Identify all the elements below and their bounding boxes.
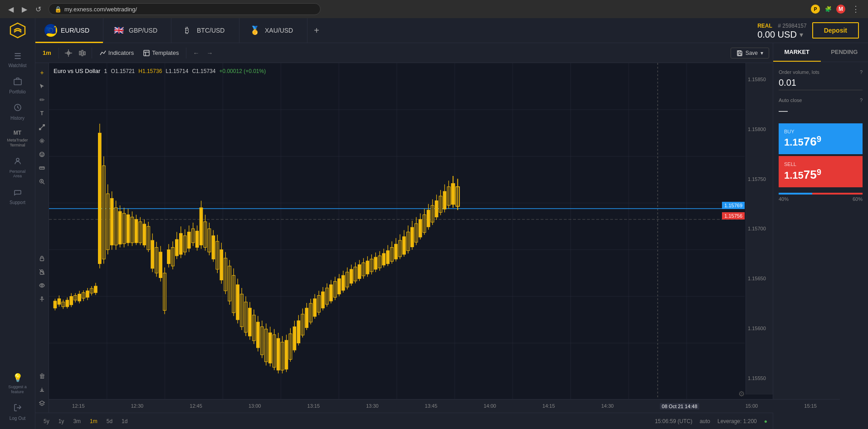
tab-xauusd[interactable]: 🥇 XAU/USD — [239, 18, 307, 43]
download-button[interactable] — [36, 384, 48, 395]
sidebar-item-logout[interactable]: Log Out — [0, 399, 35, 425]
settings-draw-button[interactable] — [36, 135, 48, 146]
sidebar-item-personal[interactable]: PersonalArea — [0, 152, 35, 184]
chart-toolbar: 1m Indicators Templates ← — [35, 43, 773, 63]
sidebar-item-metatrader[interactable]: MT MetaTraderTerminal — [0, 125, 35, 152]
tf-5d[interactable]: 5d — [104, 417, 115, 425]
templates-button[interactable]: Templates — [139, 48, 182, 58]
refresh-button[interactable]: ↺ — [33, 3, 44, 15]
browser-actions: P 🧩 M ⋮ — [811, 2, 863, 16]
ohlc-values: O1.15721 H1.15736 L1.15714 C1.15734 +0.0… — [111, 68, 266, 74]
order-volume-value[interactable]: 0.01 — [779, 78, 863, 90]
gbpusd-flag: 🇬🇧 — [112, 24, 125, 37]
sidebar: ☰ Watchlist Portfolio History MT MetaTra… — [0, 43, 35, 429]
tf-1y[interactable]: 1y — [56, 417, 67, 425]
chart-open: O1.15721 — [111, 68, 135, 74]
zoom-button[interactable] — [36, 176, 48, 187]
volume-labels: 40% 60% — [779, 196, 863, 202]
dropdown-icon[interactable]: ▾ — [800, 30, 803, 39]
price-6: 1.15600 — [748, 326, 771, 331]
extensions-icon[interactable]: 🧩 — [824, 5, 833, 14]
chart-close: C1.15734 — [192, 68, 215, 74]
lock-button[interactable] — [36, 253, 48, 264]
indicators-button[interactable]: Indicators — [96, 48, 137, 58]
svg-point-17 — [41, 140, 43, 141]
candlestick-chart — [49, 63, 745, 399]
chart-settings-icon[interactable]: ⚙ — [738, 390, 745, 398]
timeframe-1m-button[interactable]: 1m — [39, 48, 55, 58]
buy-price-sup: 9 — [817, 134, 821, 144]
deposit-button[interactable]: Deposit — [812, 22, 859, 39]
sell-button[interactable]: SELL 1.15759 — [779, 156, 863, 187]
portfolio-icon — [14, 77, 22, 88]
crosshair-button[interactable] — [63, 47, 74, 59]
menu-button[interactable]: ⋮ — [849, 2, 863, 16]
tab-pending[interactable]: PENDING — [821, 43, 868, 62]
balance-display: 0.00 USD — [757, 29, 797, 40]
sidebar-label-portfolio: Portfolio — [9, 89, 26, 94]
tab-gbpusd-label: GBP/USD — [129, 27, 157, 34]
tf-5y[interactable]: 5y — [41, 417, 52, 425]
sidebar-item-suggest[interactable]: 💡 Suggest afeature — [0, 368, 35, 399]
lock2-button[interactable] — [36, 266, 48, 278]
anchor-button[interactable] — [36, 293, 48, 305]
time-1230: 12:30 — [131, 403, 144, 410]
tab-market[interactable]: MARKET — [773, 43, 821, 62]
sidebar-item-history[interactable]: History — [0, 99, 35, 125]
tf-1m[interactable]: 1m — [87, 417, 100, 425]
buy-button[interactable]: BUY 1.15769 — [779, 123, 863, 154]
chart-high: H1.15736 — [138, 68, 162, 74]
ruler-button[interactable] — [36, 162, 48, 174]
sidebar-item-watchlist[interactable]: ☰ Watchlist — [0, 47, 35, 73]
smiley-button[interactable] — [36, 148, 48, 160]
cursor-button[interactable] — [36, 80, 48, 92]
undo-button[interactable]: ← — [190, 47, 202, 59]
topbar-right: REAL # 25984157 0.00 USD ▾ Deposit — [748, 21, 868, 40]
profile-icon[interactable]: M — [836, 5, 845, 14]
layers-button[interactable] — [36, 397, 48, 409]
sidebar-item-portfolio[interactable]: Portfolio — [0, 73, 35, 99]
trash-button[interactable]: 🗑 — [36, 370, 48, 382]
sidebar-item-support[interactable]: Support — [0, 183, 35, 210]
auto-close-value[interactable]: — — [779, 106, 863, 116]
eye-button[interactable] — [36, 280, 48, 292]
svg-rect-13 — [738, 51, 741, 52]
save-button[interactable]: Save ▾ — [731, 48, 769, 58]
volume-ratio-bar: 40% 60% — [779, 193, 863, 202]
time-1215: 12:15 — [72, 403, 85, 410]
crosshair-draw-button[interactable]: + — [36, 67, 48, 78]
redo-button[interactable]: → — [204, 47, 215, 59]
tf-1d[interactable]: 1d — [119, 417, 130, 425]
tab-gbpusd[interactable]: 🇬🇧 GBP/USD — [103, 18, 171, 43]
account-info: REAL # 25984157 0.00 USD ▾ — [757, 21, 807, 40]
logout-icon — [14, 404, 22, 414]
auto-close-help-icon[interactable]: ? — [860, 98, 863, 103]
sell-price-tag: 1.15756 — [722, 212, 745, 219]
trend-line-button[interactable] — [36, 121, 48, 133]
extension-icon[interactable]: P — [811, 5, 820, 14]
pencil-button[interactable]: ✏ — [36, 94, 48, 106]
server-time: 15:06:59 (UTC) — [655, 418, 692, 424]
tab-btcusd[interactable]: ₿ BTC/USD — [171, 18, 239, 43]
address-bar[interactable]: 🔒 my.exness.com/webtrading/ — [49, 3, 321, 15]
text-button[interactable]: T — [36, 107, 48, 119]
order-volume-label: Order volume, lots ? — [779, 69, 863, 75]
svg-rect-12 — [738, 54, 741, 55]
account-label: REAL # 25984157 — [757, 21, 807, 29]
vol-sell-bar — [812, 193, 863, 195]
chart-low: L1.15714 — [166, 68, 188, 74]
tf-3m[interactable]: 3m — [70, 417, 83, 425]
vol-buy-label: 40% — [779, 196, 789, 202]
svg-point-15 — [43, 124, 45, 126]
add-tab-button[interactable]: + — [307, 18, 326, 43]
main-content: ☰ Watchlist Portfolio History MT MetaTra… — [0, 43, 868, 429]
svg-point-19 — [41, 153, 41, 154]
bar-type-button[interactable] — [76, 47, 88, 59]
order-volume-help-icon[interactable]: ? — [860, 69, 863, 75]
auto-close-label: Auto close ? — [779, 98, 863, 103]
forward-button[interactable]: ▶ — [19, 3, 30, 15]
sidebar-label-personal: PersonalArea — [10, 169, 26, 179]
tab-eurusd[interactable]: 🇪🇺 EUR/USD — [35, 18, 103, 43]
back-button[interactable]: ◀ — [5, 3, 16, 15]
chart-change: +0.00012 (+0.01%) — [219, 68, 266, 74]
